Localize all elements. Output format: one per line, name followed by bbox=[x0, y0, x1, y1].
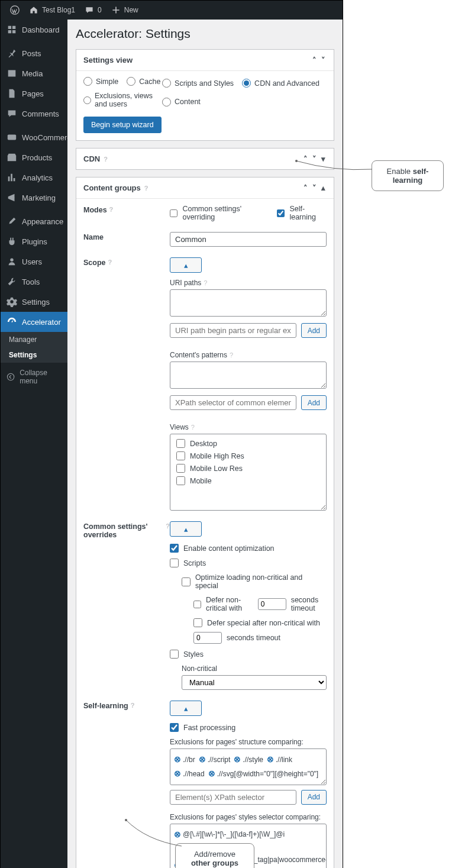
sidebar-sub-settings[interactable]: Settings bbox=[1, 347, 67, 363]
svg-point-6 bbox=[125, 819, 127, 821]
uri-paths-textarea[interactable] bbox=[170, 289, 327, 317]
help-icon[interactable]: ? bbox=[166, 522, 170, 530]
check-defer-noncritical[interactable]: Defer non-critical withseconds timeout bbox=[193, 596, 327, 612]
svg-rect-1 bbox=[8, 135, 16, 140]
help-icon[interactable]: ? bbox=[109, 206, 114, 213]
collapse-icon[interactable]: ▴ bbox=[320, 183, 327, 192]
check-self-learning[interactable]: Self-learning bbox=[277, 205, 327, 221]
chevron-up-icon[interactable]: ˄ bbox=[302, 183, 309, 192]
sidebar-item-plugins[interactable]: Plugins bbox=[1, 231, 67, 251]
panel-header[interactable]: Content groups? ˄˅▴ bbox=[76, 178, 334, 199]
row-modes: Modes? Common settings' overriding Self-… bbox=[83, 205, 327, 221]
sidebar-item-posts[interactable]: Posts bbox=[1, 43, 67, 63]
check-enable-opt[interactable]: Enable content optimization bbox=[170, 544, 327, 553]
check-view-mobile-low[interactable]: Mobile Low Res bbox=[176, 464, 320, 473]
radio-simple[interactable]: Simple bbox=[83, 77, 118, 86]
pattern-input[interactable] bbox=[170, 395, 296, 410]
collapse-menu[interactable]: Collapse menu bbox=[1, 363, 67, 391]
panel-title: Content groups bbox=[83, 183, 141, 192]
sidebar-item-products[interactable]: Products bbox=[1, 147, 67, 167]
special-timeout-input[interactable] bbox=[193, 632, 222, 644]
radio-cache[interactable]: Cache bbox=[127, 77, 160, 86]
chevron-up-icon[interactable]: ˄ bbox=[311, 56, 318, 64]
help-icon[interactable]: ? bbox=[230, 351, 233, 359]
excl-struct-box: ⊗.//br⊗.//script⊗.//style⊗.//link⊗.//hea… bbox=[170, 748, 327, 785]
radio-content[interactable]: Content bbox=[162, 96, 327, 109]
check-fast-processing[interactable]: Fast processing bbox=[170, 723, 327, 732]
panel-header[interactable]: Settings view ˄˅ bbox=[76, 50, 334, 71]
panel-settings-view: Settings view ˄˅ Simple Cache Exclusions… bbox=[76, 49, 334, 141]
site-name: Test Blog1 bbox=[42, 6, 75, 14]
add-button[interactable]: Add bbox=[301, 323, 327, 338]
svg-point-2 bbox=[10, 259, 13, 262]
uri-path-input[interactable] bbox=[170, 323, 296, 338]
comments-link[interactable]: 0 bbox=[80, 1, 106, 20]
sidebar-item-tools[interactable]: Tools bbox=[1, 272, 67, 292]
sidebar-item-media[interactable]: Media bbox=[1, 63, 67, 83]
check-common-overriding[interactable]: Common settings' overriding bbox=[170, 205, 266, 221]
tag-item: ⊗.//br bbox=[174, 753, 195, 767]
remove-tag-icon[interactable]: ⊗ bbox=[208, 767, 215, 781]
check-defer-special[interactable]: Defer special after non-critical withsec… bbox=[193, 618, 327, 644]
add-button[interactable]: Add bbox=[301, 395, 327, 410]
tag-item: ⊗.//script bbox=[199, 753, 231, 767]
check-view-mobile-high[interactable]: Mobile High Res bbox=[176, 451, 320, 460]
site-home[interactable]: Test Blog1 bbox=[24, 1, 80, 20]
tag-item: ⊗@[\.#][\w\-]*[\-_]([\da-f]+)[\W_]@i bbox=[174, 828, 285, 842]
remove-tag-icon[interactable]: ⊗ bbox=[234, 753, 241, 767]
new-label: New bbox=[124, 6, 138, 14]
self-learning-collapse-button[interactable]: ▴ bbox=[170, 701, 202, 716]
check-view-mobile[interactable]: Mobile bbox=[176, 476, 320, 485]
check-view-desktop[interactable]: Desktop bbox=[176, 439, 320, 448]
sidebar-item-analytics[interactable]: Analytics bbox=[1, 167, 67, 188]
overrides-collapse-button[interactable]: ▴ bbox=[170, 521, 202, 537]
sidebar-item-woocommerce[interactable]: WooCommerce bbox=[1, 127, 67, 147]
wp-admin-toolbar: Test Blog1 0 New bbox=[1, 1, 343, 20]
comments-count: 0 bbox=[98, 6, 102, 14]
radio-cdn-advanced[interactable]: CDN and Advanced bbox=[242, 77, 319, 90]
row-name: Name bbox=[83, 232, 327, 247]
help-icon[interactable]: ? bbox=[104, 156, 108, 163]
sidebar-item-comments[interactable]: Comments bbox=[1, 104, 67, 124]
name-input[interactable] bbox=[170, 232, 327, 247]
sidebar-item-users[interactable]: Users bbox=[1, 251, 67, 272]
patterns-textarea[interactable] bbox=[170, 362, 327, 389]
sidebar-item-settings[interactable]: Settings bbox=[1, 292, 67, 312]
excl-struct-input[interactable] bbox=[170, 790, 296, 805]
remove-tag-icon[interactable]: ⊗ bbox=[174, 753, 181, 767]
row-scope: Scope? ▴ URI paths? Add Content's patter… bbox=[83, 257, 327, 511]
tag-item: ⊗.//style bbox=[234, 753, 263, 767]
remove-tag-icon[interactable]: ⊗ bbox=[199, 753, 206, 767]
noncritical-select[interactable]: Manual bbox=[182, 675, 327, 690]
chevron-down-icon[interactable]: ˅ bbox=[311, 183, 318, 192]
sidebar-item-appearance[interactable]: Appearance bbox=[1, 211, 67, 231]
chevron-down-icon[interactable]: ˅ bbox=[320, 56, 327, 64]
tag-item: ⊗.//head bbox=[174, 767, 205, 781]
noncrit-timeout-input[interactable] bbox=[258, 598, 286, 610]
sidebar-sub-manager[interactable]: Manager bbox=[1, 332, 67, 347]
begin-wizard-button[interactable]: Begin setup wizard bbox=[83, 117, 162, 133]
remove-tag-icon[interactable]: ⊗ bbox=[174, 767, 181, 781]
callout-self-learning: Enable self-learning bbox=[372, 160, 444, 191]
help-icon[interactable]: ? bbox=[191, 424, 195, 431]
radio-exclusions[interactable]: Exclusions, views and users bbox=[83, 92, 162, 108]
help-icon[interactable]: ? bbox=[108, 259, 112, 266]
help-icon[interactable]: ? bbox=[131, 702, 135, 709]
add-button[interactable]: Add bbox=[301, 790, 327, 805]
remove-tag-icon[interactable]: ⊗ bbox=[267, 753, 274, 767]
sidebar-item-dashboard[interactable]: Dashboard bbox=[1, 20, 67, 40]
sidebar-item-marketing[interactable]: Marketing bbox=[1, 188, 67, 208]
check-scripts[interactable]: Scripts bbox=[170, 559, 327, 567]
check-opt-noncritical[interactable]: Optimize loading non-critical and specia… bbox=[182, 573, 327, 590]
new-link[interactable]: New bbox=[106, 1, 143, 20]
scope-collapse-button[interactable]: ▴ bbox=[170, 257, 202, 273]
sidebar-item-pages[interactable]: Pages bbox=[1, 83, 67, 104]
check-styles[interactable]: Styles bbox=[170, 650, 327, 659]
help-icon[interactable]: ? bbox=[144, 185, 148, 192]
admin-sidebar: DashboardPostsMediaPagesCommentsWooComme… bbox=[1, 20, 67, 868]
help-icon[interactable]: ? bbox=[204, 279, 207, 286]
radio-scripts-styles[interactable]: Scripts and Styles bbox=[162, 77, 234, 90]
wp-logo[interactable] bbox=[5, 1, 24, 20]
sidebar-item-accelerator[interactable]: Accelerator bbox=[1, 312, 67, 332]
app-frame: Test Blog1 0 New DashboardPostsMediaPage… bbox=[0, 0, 343, 868]
